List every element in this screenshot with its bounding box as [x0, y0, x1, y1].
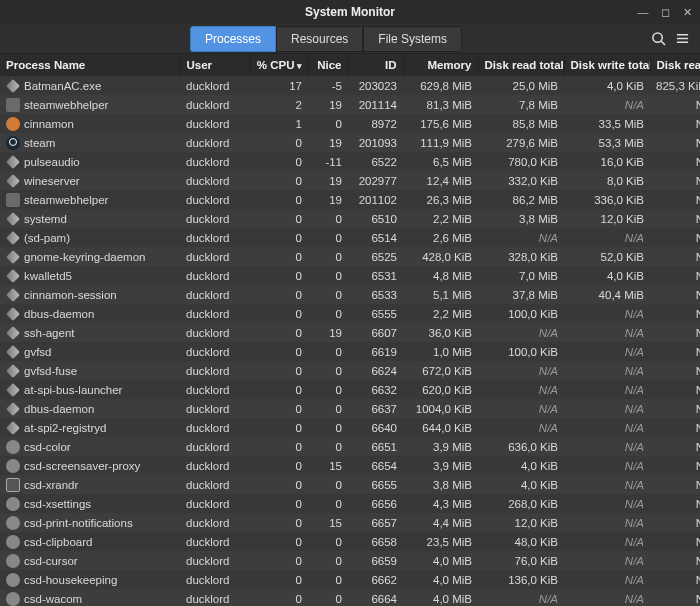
col-user[interactable]: User	[180, 54, 250, 76]
cell-dr: N	[650, 589, 700, 606]
cell-mem: 2,2 MiB	[403, 209, 478, 228]
maximize-button[interactable]: ◻	[658, 5, 672, 19]
diamond-icon	[6, 345, 20, 359]
cell-id: 201114	[348, 95, 403, 114]
cell-process-name: dbus-daemon	[0, 304, 180, 323]
table-row[interactable]: cinnamonducklord108972175,6 MiB85,8 MiB3…	[0, 114, 700, 133]
table-row[interactable]: (sd-pam)ducklord0065142,6 MiBN/AN/AN	[0, 228, 700, 247]
cell-process-name: BatmanAC.exe	[0, 76, 180, 95]
col-memory[interactable]: Memory	[403, 54, 478, 76]
cell-dwt: 8,0 KiB	[564, 171, 650, 190]
cell-nice: 19	[308, 95, 348, 114]
cell-nice: -5	[308, 76, 348, 95]
col-cpu[interactable]: % CPU▾	[250, 54, 308, 76]
table-row[interactable]: gvfsd-fuseducklord006624672,0 KiBN/AN/AN	[0, 361, 700, 380]
table-row[interactable]: csd-wacomducklord0066644,0 MiBN/AN/AN	[0, 589, 700, 606]
process-name-label: systemd	[24, 213, 67, 225]
cell-user: ducklord	[180, 209, 250, 228]
table-header-row: Process Name User % CPU▾ Nice ID Memory …	[0, 54, 700, 76]
col-disk-read[interactable]: Disk read	[650, 54, 700, 76]
cell-mem: 4,4 MiB	[403, 513, 478, 532]
cell-drt: 48,0 KiB	[478, 532, 564, 551]
table-row[interactable]: ssh-agentducklord019660736,0 KiBN/AN/AN	[0, 323, 700, 342]
cell-mem: 4,0 MiB	[403, 570, 478, 589]
cell-id: 6607	[348, 323, 403, 342]
svg-line-1	[661, 41, 665, 45]
cell-user: ducklord	[180, 551, 250, 570]
cell-id: 6624	[348, 361, 403, 380]
cell-drt: 25,0 MiB	[478, 76, 564, 95]
process-name-label: steamwebhelper	[24, 194, 108, 206]
cell-process-name: csd-clipboard	[0, 532, 180, 551]
cell-nice: 0	[308, 494, 348, 513]
cell-mem: 175,6 MiB	[403, 114, 478, 133]
table-row[interactable]: dbus-daemonducklord0066371004,0 KiBN/AN/…	[0, 399, 700, 418]
table-row[interactable]: csd-colorducklord0066513,9 MiB636,0 KiBN…	[0, 437, 700, 456]
table-row[interactable]: csd-xsettingsducklord0066564,3 MiB268,0 …	[0, 494, 700, 513]
cell-mem: 672,0 KiB	[403, 361, 478, 380]
cell-user: ducklord	[180, 323, 250, 342]
hamburger-menu-icon[interactable]	[670, 27, 694, 51]
col-disk-read-total[interactable]: Disk read total	[478, 54, 564, 76]
cell-dr: N	[650, 361, 700, 380]
minimize-button[interactable]: —	[636, 5, 650, 19]
cell-cpu: 0	[250, 475, 308, 494]
col-disk-write-total[interactable]: Disk write total	[564, 54, 650, 76]
table-row[interactable]: dbus-daemonducklord0065552,2 MiB100,0 Ki…	[0, 304, 700, 323]
tab-resources[interactable]: Resources	[276, 26, 363, 52]
process-name-label: at-spi2-registryd	[24, 422, 106, 434]
table-row[interactable]: steamducklord019201093111,9 MiB279,6 MiB…	[0, 133, 700, 152]
col-id[interactable]: ID	[348, 54, 403, 76]
cell-drt: 37,8 MiB	[478, 285, 564, 304]
table-row[interactable]: pulseaudioducklord0-1165226,5 MiB780,0 K…	[0, 152, 700, 171]
table-row[interactable]: csd-clipboardducklord00665823,5 MiB48,0 …	[0, 532, 700, 551]
table-row[interactable]: BatmanAC.exeducklord17-5203023629,8 MiB2…	[0, 76, 700, 95]
table-row[interactable]: cinnamon-sessionducklord0065335,1 MiB37,…	[0, 285, 700, 304]
tab-processes[interactable]: Processes	[190, 26, 276, 52]
table-row[interactable]: gvfsdducklord0066191,0 MiB100,0 KiBN/AN	[0, 342, 700, 361]
cell-mem: 3,8 MiB	[403, 475, 478, 494]
table-row[interactable]: at-spi2-registrydducklord006640644,0 KiB…	[0, 418, 700, 437]
close-button[interactable]: ✕	[680, 5, 694, 19]
table-row[interactable]: csd-cursorducklord0066594,0 MiB76,0 KiBN…	[0, 551, 700, 570]
cell-nice: 0	[308, 228, 348, 247]
cell-id: 201093	[348, 133, 403, 152]
col-nice[interactable]: Nice	[308, 54, 348, 76]
cell-dr: N	[650, 494, 700, 513]
cell-user: ducklord	[180, 418, 250, 437]
search-icon[interactable]	[646, 27, 670, 51]
cell-mem: 4,0 MiB	[403, 589, 478, 606]
cell-process-name: wineserver	[0, 171, 180, 190]
cell-dwt: 16,0 KiB	[564, 152, 650, 171]
cell-nice: 0	[308, 418, 348, 437]
cell-id: 8972	[348, 114, 403, 133]
table-row[interactable]: kwalletd5ducklord0065314,8 MiB7,0 MiB4,0…	[0, 266, 700, 285]
table-row[interactable]: gnome-keyring-daemonducklord006525428,0 …	[0, 247, 700, 266]
table-row[interactable]: csd-xrandrducklord0066553,8 MiB4,0 KiBN/…	[0, 475, 700, 494]
process-name-label: BatmanAC.exe	[24, 80, 101, 92]
table-row[interactable]: steamwebhelperducklord01920110226,3 MiB8…	[0, 190, 700, 209]
tab-filesystems[interactable]: File Systems	[363, 26, 462, 52]
cell-user: ducklord	[180, 190, 250, 209]
cell-dwt: N/A	[564, 475, 650, 494]
table-row[interactable]: systemdducklord0065102,2 MiB3,8 MiB12,0 …	[0, 209, 700, 228]
cell-id: 6531	[348, 266, 403, 285]
cell-process-name: gvfsd	[0, 342, 180, 361]
table-row[interactable]: at-spi-bus-launcherducklord006632620,0 K…	[0, 380, 700, 399]
cell-mem: 2,6 MiB	[403, 228, 478, 247]
col-process-name[interactable]: Process Name	[0, 54, 180, 76]
process-name-label: csd-color	[24, 441, 71, 453]
cell-id: 6522	[348, 152, 403, 171]
process-name-label: csd-cursor	[24, 555, 78, 567]
table-row[interactable]: steamwebhelperducklord21920111481,3 MiB7…	[0, 95, 700, 114]
table-row[interactable]: csd-print-notificationsducklord01566574,…	[0, 513, 700, 532]
table-row[interactable]: csd-housekeepingducklord0066624,0 MiB136…	[0, 570, 700, 589]
process-name-label: dbus-daemon	[24, 308, 94, 320]
cell-drt: N/A	[478, 228, 564, 247]
cinnamon-icon	[6, 117, 20, 131]
table-row[interactable]: csd-screensaver-proxyducklord01566543,9 …	[0, 456, 700, 475]
table-row[interactable]: wineserverducklord01920297712,4 MiB332,0…	[0, 171, 700, 190]
cell-dr: N	[650, 342, 700, 361]
cell-drt: 100,0 KiB	[478, 342, 564, 361]
cell-cpu: 17	[250, 76, 308, 95]
